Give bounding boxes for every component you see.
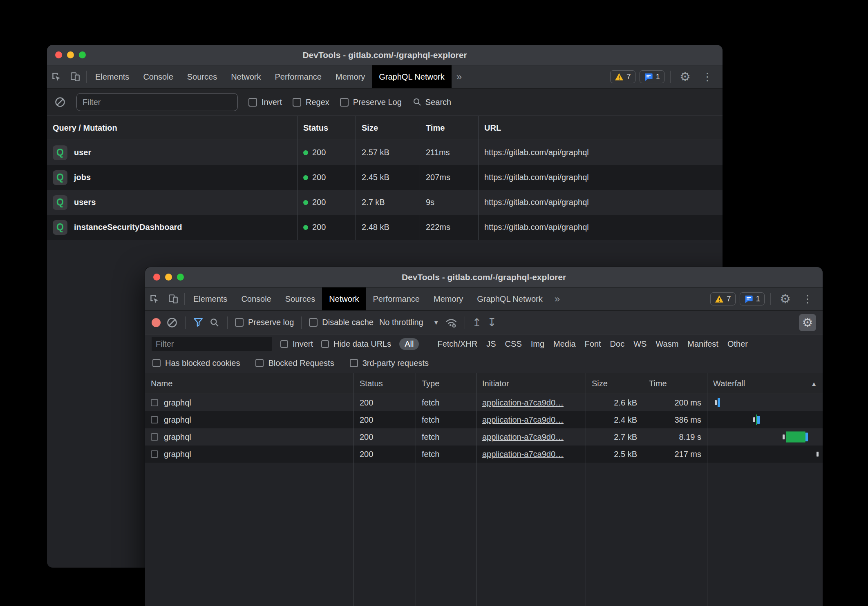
column-header-query-mutation[interactable]: Query / Mutation: [47, 116, 297, 140]
blocked-requests-checkbox-group[interactable]: Blocked Requests: [255, 359, 334, 368]
row-checkbox[interactable]: [151, 399, 158, 406]
tab-memory[interactable]: Memory: [427, 287, 470, 310]
column-header-size[interactable]: Size: [586, 373, 643, 394]
kebab-menu-icon[interactable]: ⋮: [798, 293, 817, 305]
table-row[interactable]: graphql 200 fetch application-a7ca9d0… 2…: [145, 394, 823, 411]
clear-network-log-icon[interactable]: [166, 317, 178, 328]
record-network-log-button[interactable]: [152, 318, 161, 327]
chip-img[interactable]: Img: [531, 339, 544, 349]
filter-funnel-icon[interactable]: [193, 317, 204, 328]
table-row[interactable]: Qusers 200 2.7 kB 9s https://gitlab.com/…: [47, 190, 723, 215]
tab-elements[interactable]: Elements: [88, 65, 136, 88]
hide-data-urls-checkbox[interactable]: [321, 340, 329, 348]
export-har-icon[interactable]: ↧: [487, 316, 497, 329]
issues-badge[interactable]: 1: [740, 292, 765, 305]
preserve-log-checkbox-group[interactable]: Preserve Log: [340, 98, 402, 107]
inspect-element-icon[interactable]: [145, 287, 164, 310]
invert-checkbox[interactable]: [248, 98, 257, 107]
search-icon[interactable]: [209, 317, 220, 328]
column-header-size[interactable]: Size: [356, 116, 420, 140]
column-header-status[interactable]: Status: [353, 373, 416, 394]
preserve-log-checkbox-group[interactable]: Preserve log: [235, 318, 294, 327]
invert-checkbox-group[interactable]: Invert: [280, 339, 313, 349]
initiator-link[interactable]: application-a7ca9d0…: [482, 450, 564, 459]
row-checkbox[interactable]: [151, 416, 158, 423]
regex-checkbox[interactable]: [293, 98, 301, 107]
warnings-badge[interactable]: 7: [710, 292, 736, 305]
chip-css[interactable]: CSS: [505, 339, 522, 349]
preserve-log-checkbox[interactable]: [235, 318, 244, 327]
tab-sources[interactable]: Sources: [278, 287, 322, 310]
disable-cache-checkbox[interactable]: [309, 318, 318, 327]
waterfall-cell[interactable]: [707, 394, 823, 411]
column-header-name[interactable]: Name: [145, 373, 353, 394]
block-requests-icon[interactable]: [54, 96, 66, 108]
initiator-link[interactable]: application-a7ca9d0…: [482, 398, 564, 408]
column-header-status[interactable]: Status: [297, 116, 356, 140]
titlebar[interactable]: DevTools - gitlab.com/-/graphql-explorer: [47, 45, 723, 65]
tab-memory[interactable]: Memory: [329, 65, 372, 88]
kebab-menu-icon[interactable]: ⋮: [698, 71, 717, 83]
tab-graphql-network[interactable]: GraphQL Network: [372, 65, 451, 88]
minimize-window-button[interactable]: [67, 51, 74, 58]
waterfall-cell[interactable]: [707, 446, 823, 463]
tab-graphql-network[interactable]: GraphQL Network: [470, 287, 549, 310]
chip-font[interactable]: Font: [585, 339, 601, 349]
row-checkbox[interactable]: [151, 450, 158, 458]
column-header-time[interactable]: Time: [643, 373, 707, 394]
chip-manifest[interactable]: Manifest: [687, 339, 718, 349]
close-window-button[interactable]: [55, 51, 62, 58]
chip-all[interactable]: All: [399, 338, 419, 350]
import-har-icon[interactable]: ↥: [472, 316, 482, 329]
issues-badge[interactable]: 1: [640, 70, 665, 83]
zoom-window-button[interactable]: [177, 274, 184, 281]
settings-gear-icon[interactable]: ⚙: [776, 293, 794, 305]
device-toolbar-icon[interactable]: [164, 287, 183, 310]
table-row[interactable]: graphql 200 fetch application-a7ca9d0… 2…: [145, 428, 823, 446]
titlebar[interactable]: DevTools - gitlab.com/-/graphql-explorer: [145, 267, 823, 287]
chip-wasm[interactable]: Wasm: [655, 339, 678, 349]
disable-cache-checkbox-group[interactable]: Disable cache: [309, 318, 374, 327]
network-settings-button[interactable]: ⚙: [799, 314, 816, 331]
column-header-type[interactable]: Type: [416, 373, 476, 394]
third-party-requests-checkbox[interactable]: [350, 359, 358, 367]
search-group[interactable]: Search: [412, 97, 451, 107]
chip-js[interactable]: JS: [486, 339, 496, 349]
tab-network[interactable]: Network: [322, 287, 366, 310]
row-checkbox[interactable]: [151, 433, 158, 441]
chip-doc[interactable]: Doc: [610, 339, 625, 349]
zoom-window-button[interactable]: [79, 51, 86, 58]
chip-ws[interactable]: WS: [633, 339, 647, 349]
tab-performance[interactable]: Performance: [366, 287, 427, 310]
preserve-log-checkbox[interactable]: [340, 98, 349, 107]
waterfall-cell[interactable]: [707, 428, 823, 446]
regex-checkbox-group[interactable]: Regex: [293, 98, 329, 107]
close-window-button[interactable]: [153, 274, 160, 281]
tab-sources[interactable]: Sources: [180, 65, 224, 88]
third-party-requests-checkbox-group[interactable]: 3rd-party requests: [350, 359, 429, 368]
more-tabs-chevron[interactable]: »: [452, 65, 467, 88]
inspect-element-icon[interactable]: [47, 65, 66, 88]
chip-media[interactable]: Media: [553, 339, 575, 349]
table-row[interactable]: Quser 200 2.57 kB 211ms https://gitlab.c…: [47, 140, 723, 165]
tab-console[interactable]: Console: [234, 287, 278, 310]
device-toolbar-icon[interactable]: [66, 65, 85, 88]
more-tabs-chevron[interactable]: »: [550, 287, 565, 310]
column-header-url[interactable]: URL: [478, 116, 723, 140]
waterfall-cell[interactable]: [707, 411, 823, 428]
column-header-time[interactable]: Time: [420, 116, 478, 140]
chip-fetch-xhr[interactable]: Fetch/XHR: [437, 339, 477, 349]
filter-input[interactable]: [76, 93, 238, 111]
network-conditions-icon[interactable]: [445, 317, 457, 328]
blocked-requests-checkbox[interactable]: [255, 359, 264, 367]
chip-other[interactable]: Other: [727, 339, 748, 349]
initiator-link[interactable]: application-a7ca9d0…: [482, 432, 564, 442]
tab-elements[interactable]: Elements: [186, 287, 234, 310]
hide-data-urls-checkbox-group[interactable]: Hide data URLs: [321, 339, 391, 349]
minimize-window-button[interactable]: [165, 274, 172, 281]
settings-gear-icon[interactable]: ⚙: [676, 71, 694, 83]
tab-network[interactable]: Network: [224, 65, 268, 88]
invert-checkbox-group[interactable]: Invert: [248, 98, 282, 107]
table-row[interactable]: graphql 200 fetch application-a7ca9d0… 2…: [145, 446, 823, 463]
initiator-link[interactable]: application-a7ca9d0…: [482, 415, 564, 425]
